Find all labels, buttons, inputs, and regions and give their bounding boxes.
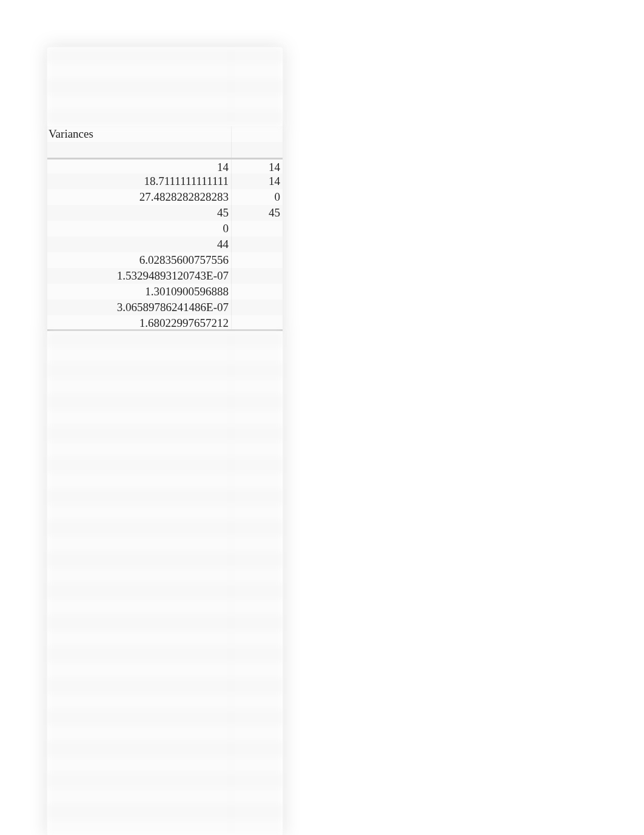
table-row: Variances: [47, 126, 283, 142]
table-row: [47, 678, 283, 694]
cell-col1: [47, 95, 232, 110]
table-row: [47, 820, 283, 835]
cell-col2: [232, 820, 283, 835]
cell-col1: [47, 142, 232, 158]
table-row: [47, 489, 283, 505]
cell-col1: [47, 583, 232, 599]
table-row: [47, 47, 283, 63]
cell-col1: [47, 662, 232, 678]
cell-col1: [47, 441, 232, 457]
cell-col2: [232, 378, 283, 394]
cell-col1: [47, 694, 232, 709]
cell-col2: [232, 142, 283, 158]
table-row: 27.48282828282830: [47, 189, 283, 205]
cell-col1: [47, 615, 232, 631]
cell-col1: [47, 788, 232, 804]
cell-col1: [47, 363, 232, 378]
cell-col1: [47, 410, 232, 426]
cell-col1: [47, 489, 232, 505]
cell-col2: [232, 568, 283, 583]
cell-col1: 45: [47, 205, 232, 221]
cell-col2: [232, 552, 283, 568]
cell-col1: [47, 457, 232, 473]
cell-col2: [232, 536, 283, 552]
table-row: [47, 347, 283, 363]
cell-col1: [47, 505, 232, 520]
cell-col2: [232, 741, 283, 757]
cell-col1: [47, 378, 232, 394]
cell-col1: 18.7111111111111: [47, 173, 232, 189]
cell-col1: [47, 63, 232, 79]
cell-col1: [47, 773, 232, 788]
cell-col2: [232, 489, 283, 505]
cell-col2: [232, 95, 283, 110]
cell-col1: 0: [47, 221, 232, 236]
table-row: [47, 363, 283, 378]
table-row: [47, 599, 283, 615]
cell-col1: [47, 741, 232, 757]
table-row: [47, 709, 283, 725]
table-row: [47, 773, 283, 788]
cell-col2: [232, 646, 283, 662]
table-row: 1.3010900596888: [47, 284, 283, 300]
table-row: [47, 568, 283, 583]
table-row: [47, 741, 283, 757]
table-row: 0: [47, 221, 283, 236]
row-label: Variances: [47, 126, 232, 142]
cell-col1: [47, 394, 232, 410]
cell-col2: [232, 773, 283, 788]
cell-col1: 1.68022997657212: [47, 315, 232, 329]
cell-col2: [232, 631, 283, 646]
cell-col2: [232, 473, 283, 489]
cell-col2: [232, 615, 283, 631]
table-row: 3.06589786241486E-07: [47, 300, 283, 315]
table-row: [47, 694, 283, 709]
cell-col2: [232, 347, 283, 363]
cell-col2: 0: [232, 189, 283, 205]
cell-col1: [47, 520, 232, 536]
table-row: [47, 63, 283, 79]
cell-col1: [47, 473, 232, 489]
cell-col1: [47, 678, 232, 694]
cell-col2: [232, 110, 283, 126]
cell-col2: [232, 788, 283, 804]
table-row: [47, 394, 283, 410]
cell-col2: [232, 662, 283, 678]
cell-col2: [232, 804, 283, 820]
table-row: 1414: [47, 158, 283, 173]
table-row: [47, 331, 283, 347]
cell-col1: 6.02835600757556: [47, 252, 232, 268]
cell-col2: 14: [232, 159, 283, 173]
cell-col2: [232, 394, 283, 410]
table-row: 1.68022997657212: [47, 315, 283, 331]
table-row: [47, 505, 283, 520]
table-row: 44: [47, 236, 283, 252]
cell-col2: [232, 505, 283, 520]
cell-col1: [47, 331, 232, 347]
cell-col1: [47, 631, 232, 646]
table-row: [47, 95, 283, 110]
cell-col1: [47, 725, 232, 741]
cell-col1: [47, 47, 232, 63]
cell-col1: 3.06589786241486E-07: [47, 300, 232, 315]
cell-col2: [232, 300, 283, 315]
table-row: 1.53294893120743E-07: [47, 268, 283, 284]
cell-col2: [232, 410, 283, 426]
table-row: [47, 646, 283, 662]
table-row: 18.711111111111114: [47, 173, 283, 189]
clear-data-section: Variances141418.71111111111111427.482828…: [47, 126, 283, 331]
cell-col2: [232, 678, 283, 694]
table-row: [47, 426, 283, 441]
cell-col1: 14: [47, 159, 232, 173]
cell-col2: [232, 331, 283, 347]
table-row: [47, 788, 283, 804]
table-row: [47, 725, 283, 741]
cell-col2: [232, 315, 283, 329]
cell-col2: 45: [232, 205, 283, 221]
cell-col2: [232, 426, 283, 441]
cell-col1: 1.3010900596888: [47, 284, 232, 300]
cell-col2: [232, 583, 283, 599]
cell-col1: [47, 568, 232, 583]
cell-col2: 14: [232, 173, 283, 189]
table-row: [47, 757, 283, 773]
